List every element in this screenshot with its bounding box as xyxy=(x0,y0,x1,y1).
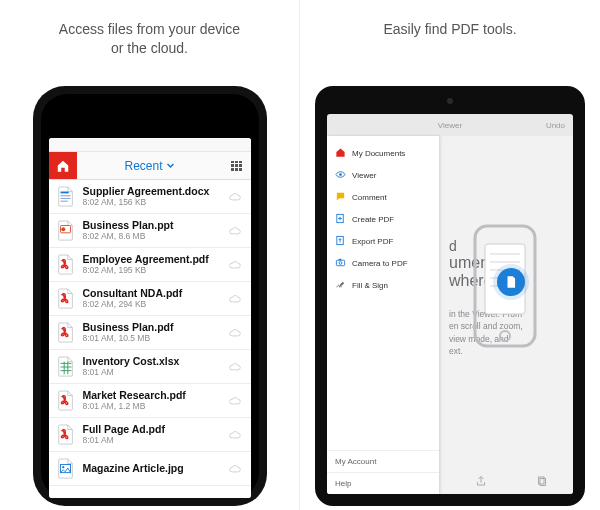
export-icon xyxy=(335,235,346,248)
file-name: Full Page Ad.pdf xyxy=(83,424,227,436)
doc-badge-icon xyxy=(497,268,525,296)
file-row[interactable]: Magazine Article.jpg xyxy=(49,452,251,486)
file-row[interactable]: Inventory Cost.xlsx8:01 AM xyxy=(49,350,251,384)
svg-point-24 xyxy=(339,261,342,264)
ios-status-bar xyxy=(49,138,251,152)
view-mode-button[interactable] xyxy=(223,152,251,179)
xlsx-file-icon xyxy=(55,355,77,379)
file-row[interactable]: Consultant NDA.pdf8:02 AM, 294 KB xyxy=(49,282,251,316)
svg-point-20 xyxy=(339,173,342,176)
file-row[interactable]: Supplier Agreement.docx8:02 AM, 156 KB xyxy=(49,180,251,214)
sidebar-item-label: My Documents xyxy=(352,149,405,158)
cloud-status-icon xyxy=(227,464,243,474)
file-row[interactable]: Employee Agreement.pdf8:02 AM, 195 KB xyxy=(49,248,251,282)
hero-illustration xyxy=(455,216,555,376)
nav-title-dropdown[interactable]: Recent xyxy=(77,152,223,179)
file-name: Business Plan.ppt xyxy=(83,220,227,232)
sidebar-item-label: My Account xyxy=(335,457,376,466)
tablet-device: Viewer Undo d uments where in the Viewer… xyxy=(315,86,585,506)
file-list[interactable]: Supplier Agreement.docx8:02 AM, 156 KBBu… xyxy=(49,180,251,498)
pdf-file-icon xyxy=(55,389,77,413)
cloud-status-icon xyxy=(227,396,243,406)
file-row[interactable]: Full Page Ad.pdf8:01 AM xyxy=(49,418,251,452)
sidebar-item-camera-to-pdf[interactable]: Camera to PDF xyxy=(327,252,439,274)
grid-icon xyxy=(231,161,243,171)
sidebar-item-fill-sign[interactable]: Fill & Sign xyxy=(327,274,439,296)
home-icon xyxy=(56,159,70,173)
sidebar-item-comment[interactable]: Comment xyxy=(327,186,439,208)
cloud-status-icon xyxy=(227,328,243,338)
file-meta: 8:02 AM, 294 KB xyxy=(83,300,227,309)
sidebar-item-label: Create PDF xyxy=(352,215,394,224)
tablet-header: Viewer Undo xyxy=(327,114,573,136)
file-name: Supplier Agreement.docx xyxy=(83,186,227,198)
cloud-status-icon xyxy=(227,192,243,202)
ppt-file-icon xyxy=(55,219,77,243)
sidebar-footer-help[interactable]: Help xyxy=(327,472,439,494)
camera-icon xyxy=(335,257,346,270)
file-meta: 8:02 AM, 195 KB xyxy=(83,266,227,275)
svg-rect-18 xyxy=(539,477,545,484)
word-file-icon xyxy=(55,185,77,209)
file-name: Consultant NDA.pdf xyxy=(83,288,227,300)
pdf-file-icon xyxy=(55,321,77,345)
file-row[interactable]: Business Plan.ppt8:02 AM, 8.6 MB xyxy=(49,214,251,248)
file-meta: 8:01 AM, 10.5 MB xyxy=(83,334,227,343)
pdf-file-icon xyxy=(55,287,77,311)
file-meta: 8:01 AM xyxy=(83,436,227,445)
cloud-status-icon xyxy=(227,226,243,236)
file-meta: 8:01 AM xyxy=(83,368,227,377)
file-meta: 8:02 AM, 156 KB xyxy=(83,198,227,207)
file-name: Market Research.pdf xyxy=(83,390,227,402)
file-name: Business Plan.pdf xyxy=(83,322,227,334)
caption-right: Easily find PDF tools. xyxy=(383,20,516,76)
nav-title: Recent xyxy=(124,159,162,173)
sidebar-item-viewer[interactable]: Viewer xyxy=(327,164,439,186)
sidebar-item-label: Camera to PDF xyxy=(352,259,408,268)
create-icon xyxy=(335,213,346,226)
sidebar-footer-my-account[interactable]: My Account xyxy=(327,450,439,472)
file-name: Magazine Article.jpg xyxy=(83,463,227,475)
eye-icon xyxy=(335,169,346,182)
sidebar: My DocumentsViewerCommentCreate PDFExpor… xyxy=(327,136,439,494)
sidebar-item-label: Help xyxy=(335,479,351,488)
tablet-title: Viewer xyxy=(438,121,462,130)
share-icon[interactable] xyxy=(475,475,487,487)
file-name: Employee Agreement.pdf xyxy=(83,254,227,266)
cloud-status-icon xyxy=(227,294,243,304)
sidebar-item-label: Viewer xyxy=(352,171,376,180)
sidebar-item-label: Fill & Sign xyxy=(352,281,388,290)
home-button[interactable] xyxy=(49,152,77,179)
svg-rect-19 xyxy=(540,479,546,486)
sign-icon xyxy=(335,279,346,292)
pdf-file-icon xyxy=(55,253,77,277)
chevron-down-icon xyxy=(166,161,175,170)
jpg-file-icon xyxy=(55,457,77,481)
svg-point-9 xyxy=(500,331,510,341)
sidebar-item-export-pdf[interactable]: Export PDF xyxy=(327,230,439,252)
pages-icon[interactable] xyxy=(536,475,548,487)
svg-rect-25 xyxy=(339,258,342,259)
file-meta: 8:01 AM, 1.2 MB xyxy=(83,402,227,411)
file-row[interactable]: Business Plan.pdf8:01 AM, 10.5 MB xyxy=(49,316,251,350)
sidebar-item-label: Export PDF xyxy=(352,237,393,246)
cloud-status-icon xyxy=(227,430,243,440)
phone-device: Recent Supplier Agreement.docx8:02 AM, 1… xyxy=(33,86,267,506)
sidebar-item-create-pdf[interactable]: Create PDF xyxy=(327,208,439,230)
caption-left: Access files from your device or the clo… xyxy=(59,20,240,76)
file-row[interactable]: Market Research.pdf8:01 AM, 1.2 MB xyxy=(49,384,251,418)
tablet-undo[interactable]: Undo xyxy=(546,121,565,130)
sidebar-item-my-documents[interactable]: My Documents xyxy=(327,142,439,164)
house-icon xyxy=(335,147,346,160)
svg-rect-23 xyxy=(336,260,344,266)
cloud-status-icon xyxy=(227,362,243,372)
cloud-status-icon xyxy=(227,260,243,270)
pdf-file-icon xyxy=(55,423,77,447)
file-meta: 8:02 AM, 8.6 MB xyxy=(83,232,227,241)
comment-icon xyxy=(335,191,346,204)
file-name: Inventory Cost.xlsx xyxy=(83,356,227,368)
sidebar-item-label: Comment xyxy=(352,193,387,202)
